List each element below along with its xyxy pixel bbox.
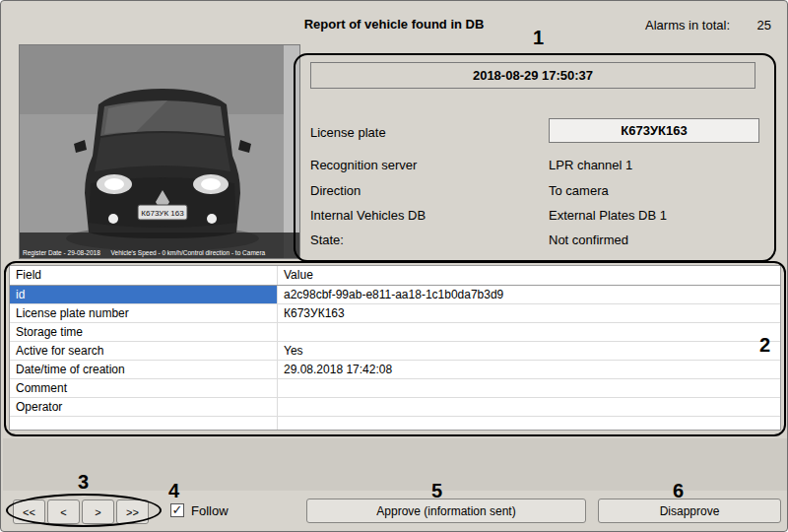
license-plate-value: К673УК163 bbox=[549, 118, 759, 143]
disapprove-button[interactable]: Disapprove bbox=[598, 499, 781, 523]
table-row[interactable]: Operator bbox=[10, 398, 780, 417]
alarms-total-label: Alarms in total: bbox=[645, 18, 730, 33]
license-plate-label: License plate bbox=[310, 125, 386, 140]
cell-storage-value[interactable] bbox=[278, 323, 780, 341]
direction-value: To camera bbox=[549, 183, 609, 198]
follow-checkbox-label[interactable]: Follow bbox=[191, 503, 229, 518]
internal-db-value: External Plates DB 1 bbox=[549, 208, 667, 223]
cell-active-value[interactable]: Yes bbox=[278, 342, 780, 360]
details-panel: 2018-08-29 17:50:37 License plate К673УК… bbox=[296, 55, 773, 260]
cell-id-field[interactable]: id bbox=[10, 286, 278, 303]
vehicle-photo-image: К673УК 163 bbox=[20, 45, 300, 259]
lower-panel bbox=[3, 438, 787, 491]
table-row[interactable]: Storage time bbox=[10, 323, 780, 342]
recognition-server-value: LPR channel 1 bbox=[549, 158, 632, 172]
checkmark-icon: ✓ bbox=[172, 502, 183, 517]
cell-comment-field[interactable]: Comment bbox=[10, 379, 278, 397]
column-header-field: Field bbox=[10, 266, 278, 285]
overlay-line-1: Register Date - 29-08-2018 Vehicle's Spe… bbox=[23, 249, 296, 257]
cell-created-value[interactable]: 29.08.2018 17:42:08 bbox=[278, 361, 780, 378]
alarms-total-count: 25 bbox=[757, 18, 771, 33]
cell-operator-field[interactable]: Operator bbox=[10, 398, 278, 416]
state-label: State: bbox=[310, 233, 344, 247]
recognition-server-label: Recognition server bbox=[310, 158, 417, 172]
previous-record-button[interactable]: < bbox=[47, 499, 80, 524]
table-row[interactable]: License plate number К673УК163 bbox=[10, 304, 780, 323]
cell-comment-value[interactable] bbox=[278, 379, 780, 397]
follow-checkbox[interactable]: ✓ bbox=[170, 503, 184, 517]
next-record-button[interactable]: > bbox=[82, 499, 114, 524]
table-header-row: Field Value bbox=[10, 266, 780, 286]
table-row[interactable]: Active for search Yes bbox=[10, 342, 780, 361]
approve-button[interactable]: Approve (information sent) bbox=[306, 499, 586, 523]
cell-created-field[interactable]: Date/time of creation bbox=[10, 361, 278, 378]
table-row[interactable]: id a2c98cbf-99ab-e811-aa18-1c1b0da7b3d9 bbox=[10, 286, 780, 304]
table-row[interactable]: Comment bbox=[10, 379, 780, 398]
recognition-timestamp: 2018-08-29 17:50:37 bbox=[310, 62, 755, 89]
cell-id-value[interactable]: a2c98cbf-99ab-e811-aa18-1c1b0da7b3d9 bbox=[278, 286, 780, 303]
direction-label: Direction bbox=[310, 183, 361, 198]
cell-plate-value[interactable]: К673УК163 bbox=[278, 304, 780, 322]
last-record-button[interactable]: >> bbox=[116, 499, 149, 524]
cell-storage-field[interactable]: Storage time bbox=[10, 323, 278, 341]
state-value: Not confirmed bbox=[549, 233, 628, 247]
vehicle-photo: К673УК 163 Register Date - 29-08-2018 Ve… bbox=[19, 44, 300, 259]
report-window: Report of vehicle found in DB Alarms in … bbox=[0, 0, 788, 532]
table-filler-row bbox=[10, 417, 780, 430]
properties-table: Field Value id a2c98cbf-99ab-e811-aa18-1… bbox=[9, 265, 781, 431]
first-record-button[interactable]: << bbox=[13, 499, 45, 524]
cell-plate-field[interactable]: License plate number bbox=[10, 304, 278, 322]
table-row[interactable]: Date/time of creation 29.08.2018 17:42:0… bbox=[10, 361, 780, 379]
license-plate-on-photo: К673УК 163 bbox=[141, 209, 184, 218]
column-header-value: Value bbox=[278, 266, 780, 285]
cell-active-field[interactable]: Active for search bbox=[10, 342, 278, 360]
cell-operator-value[interactable] bbox=[278, 398, 780, 416]
internal-db-label: Internal Vehicles DB bbox=[310, 208, 426, 223]
photo-overlay-info: Register Date - 29-08-2018 Vehicle's Spe… bbox=[20, 233, 299, 258]
